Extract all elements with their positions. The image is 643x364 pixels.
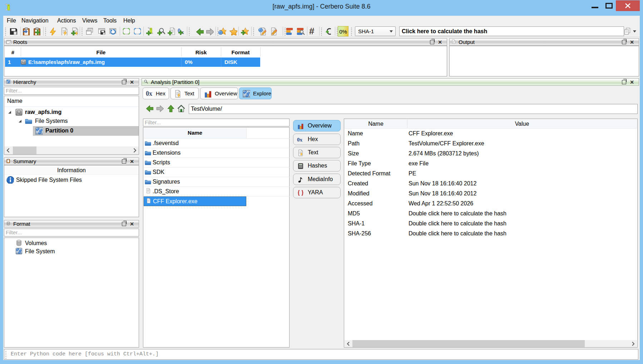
svg-text:0x: 0x xyxy=(146,90,152,97)
svg-text:#: # xyxy=(309,27,315,35)
svg-text:0x: 0x xyxy=(297,137,303,143)
